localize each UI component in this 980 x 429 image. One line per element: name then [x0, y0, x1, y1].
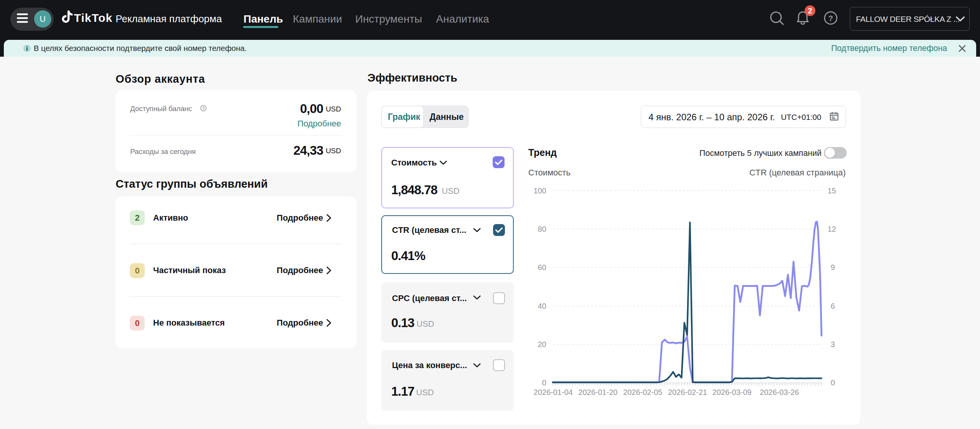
svg-text:?: ? — [828, 14, 833, 23]
svg-text:?: ? — [202, 106, 205, 111]
